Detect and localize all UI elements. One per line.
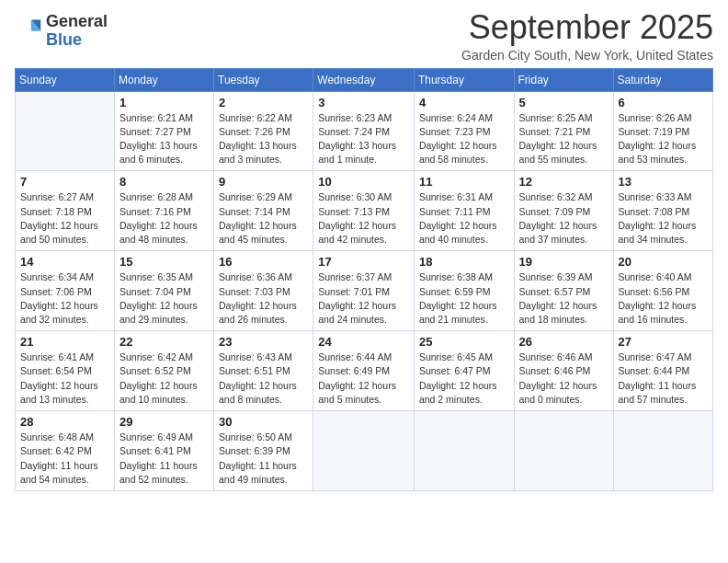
day-info: Sunrise: 6:28 AMSunset: 7:16 PMDaylight:… [119,190,209,247]
header-monday: Monday [115,68,214,91]
day-info: Sunrise: 6:35 AMSunset: 7:04 PMDaylight:… [119,270,209,327]
table-row: 1Sunrise: 6:21 AMSunset: 7:27 PMDaylight… [115,91,214,171]
table-row: 29Sunrise: 6:49 AMSunset: 6:41 PMDayligh… [115,411,214,491]
day-number: 25 [419,335,509,349]
day-info: Sunrise: 6:25 AMSunset: 7:21 PMDaylight:… [519,111,609,167]
day-number: 11 [419,175,509,189]
day-number: 23 [219,335,308,349]
day-info: Sunrise: 6:40 AMSunset: 6:56 PMDaylight:… [619,270,708,327]
logo-blue-text: Blue [46,30,82,49]
day-number: 20 [619,255,708,269]
table-row: 26Sunrise: 6:46 AMSunset: 6:46 PMDayligh… [514,331,613,411]
day-number: 21 [20,335,109,349]
table-row [414,411,514,491]
day-info: Sunrise: 6:37 AMSunset: 7:01 PMDaylight:… [318,270,409,327]
day-info: Sunrise: 6:31 AMSunset: 7:11 PMDaylight:… [419,190,509,247]
day-number: 19 [519,255,609,269]
table-row: 20Sunrise: 6:40 AMSunset: 6:56 PMDayligh… [613,251,712,331]
day-number: 10 [318,175,409,189]
day-info: Sunrise: 6:26 AMSunset: 7:19 PMDaylight:… [619,111,708,167]
day-number: 9 [219,175,308,189]
day-info: Sunrise: 6:27 AMSunset: 7:18 PMDaylight:… [20,190,109,247]
table-row: 13Sunrise: 6:33 AMSunset: 7:08 PMDayligh… [613,171,712,251]
header-friday: Friday [514,68,613,91]
table-row [514,411,613,491]
table-row: 6Sunrise: 6:26 AMSunset: 7:19 PMDaylight… [613,91,712,171]
day-number: 2 [219,96,308,109]
day-info: Sunrise: 6:50 AMSunset: 6:39 PMDaylight:… [219,431,308,487]
table-row: 12Sunrise: 6:32 AMSunset: 7:09 PMDayligh… [514,171,613,251]
day-info: Sunrise: 6:45 AMSunset: 6:47 PMDaylight:… [419,350,509,407]
month-title: September 2025 [461,9,713,46]
day-number: 15 [119,255,209,269]
header-tuesday: Tuesday [214,68,313,91]
page: General Blue September 2025 Garden City … [0,0,728,563]
day-info: Sunrise: 6:21 AMSunset: 7:27 PMDaylight:… [119,111,209,167]
day-number: 5 [519,96,609,109]
table-row: 7Sunrise: 6:27 AMSunset: 7:18 PMDaylight… [16,171,115,251]
table-row: 5Sunrise: 6:25 AMSunset: 7:21 PMDaylight… [514,91,613,171]
day-number: 14 [20,255,109,269]
header-saturday: Saturday [613,68,712,91]
day-info: Sunrise: 6:39 AMSunset: 6:57 PMDaylight:… [519,270,609,327]
day-info: Sunrise: 6:24 AMSunset: 7:23 PMDaylight:… [419,111,509,167]
day-number: 4 [419,96,509,109]
table-row: 16Sunrise: 6:36 AMSunset: 7:03 PMDayligh… [214,251,313,331]
day-info: Sunrise: 6:42 AMSunset: 6:52 PMDaylight:… [119,350,209,407]
title-block: September 2025 Garden City South, New Yo… [461,9,713,63]
header: General Blue September 2025 Garden City … [15,9,713,63]
day-number: 1 [119,96,209,109]
day-info: Sunrise: 6:36 AMSunset: 7:03 PMDaylight:… [219,270,308,327]
table-row: 11Sunrise: 6:31 AMSunset: 7:11 PMDayligh… [414,171,514,251]
logo-icon [17,17,42,42]
day-number: 8 [119,175,209,189]
table-row [313,411,415,491]
day-info: Sunrise: 6:41 AMSunset: 6:54 PMDaylight:… [20,350,109,407]
logo-general-text: General [46,12,108,30]
logo: General Blue [15,13,108,50]
table-row: 18Sunrise: 6:38 AMSunset: 6:59 PMDayligh… [414,251,514,331]
day-number: 13 [619,175,708,189]
table-row [613,411,712,491]
day-info: Sunrise: 6:32 AMSunset: 7:09 PMDaylight:… [519,190,609,247]
table-row: 27Sunrise: 6:47 AMSunset: 6:44 PMDayligh… [613,331,712,411]
day-info: Sunrise: 6:48 AMSunset: 6:42 PMDaylight:… [20,431,109,487]
day-number: 3 [318,96,409,109]
table-row: 15Sunrise: 6:35 AMSunset: 7:04 PMDayligh… [115,251,214,331]
table-row: 21Sunrise: 6:41 AMSunset: 6:54 PMDayligh… [16,331,115,411]
table-row: 9Sunrise: 6:29 AMSunset: 7:14 PMDaylight… [214,171,313,251]
day-info: Sunrise: 6:30 AMSunset: 7:13 PMDaylight:… [318,190,409,247]
day-info: Sunrise: 6:22 AMSunset: 7:26 PMDaylight:… [219,111,308,167]
day-number: 29 [119,415,209,429]
day-number: 17 [318,255,409,269]
day-number: 24 [318,335,409,349]
table-row: 3Sunrise: 6:23 AMSunset: 7:24 PMDaylight… [313,91,415,171]
table-row: 23Sunrise: 6:43 AMSunset: 6:51 PMDayligh… [214,331,313,411]
table-row: 25Sunrise: 6:45 AMSunset: 6:47 PMDayligh… [414,331,514,411]
table-row: 28Sunrise: 6:48 AMSunset: 6:42 PMDayligh… [16,411,115,491]
header-wednesday: Wednesday [313,68,415,91]
calendar-header: Sunday Monday Tuesday Wednesday Thursday… [16,68,713,91]
table-row: 2Sunrise: 6:22 AMSunset: 7:26 PMDaylight… [214,91,313,171]
day-info: Sunrise: 6:38 AMSunset: 6:59 PMDaylight:… [419,270,509,327]
day-info: Sunrise: 6:33 AMSunset: 7:08 PMDaylight:… [619,190,708,247]
day-number: 30 [219,415,308,429]
day-info: Sunrise: 6:29 AMSunset: 7:14 PMDaylight:… [219,190,308,247]
day-number: 28 [20,415,109,429]
day-info: Sunrise: 6:44 AMSunset: 6:49 PMDaylight:… [318,350,409,407]
table-row: 17Sunrise: 6:37 AMSunset: 7:01 PMDayligh… [313,251,415,331]
day-info: Sunrise: 6:23 AMSunset: 7:24 PMDaylight:… [318,111,409,167]
location: Garden City South, New York, United Stat… [461,48,713,63]
day-number: 22 [119,335,209,349]
day-info: Sunrise: 6:34 AMSunset: 7:06 PMDaylight:… [20,270,109,327]
table-row: 22Sunrise: 6:42 AMSunset: 6:52 PMDayligh… [115,331,214,411]
day-number: 18 [419,255,509,269]
table-row: 4Sunrise: 6:24 AMSunset: 7:23 PMDaylight… [414,91,514,171]
header-sunday: Sunday [16,68,115,91]
table-row [16,91,115,171]
table-row: 14Sunrise: 6:34 AMSunset: 7:06 PMDayligh… [16,251,115,331]
table-row: 30Sunrise: 6:50 AMSunset: 6:39 PMDayligh… [214,411,313,491]
day-info: Sunrise: 6:49 AMSunset: 6:41 PMDaylight:… [119,431,209,487]
day-number: 27 [619,335,708,349]
day-number: 16 [219,255,308,269]
